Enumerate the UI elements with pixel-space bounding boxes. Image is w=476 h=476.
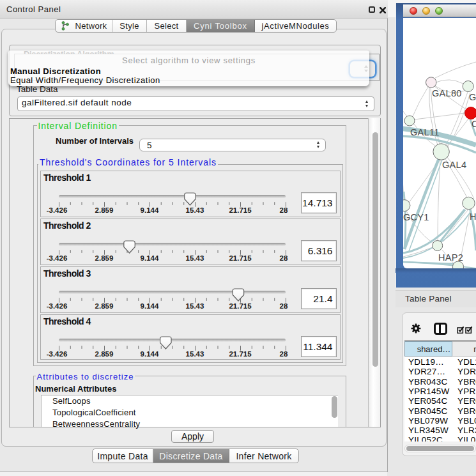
svg-text:H: H [470,211,476,222]
svg-text:GA: GA [469,92,476,102]
svg-text:GCY1: GCY1 [403,212,429,222]
svg-text:HAP2: HAP2 [438,252,463,263]
svg-text:GAL11: GAL11 [410,127,440,137]
svg-text:GAL80: GAL80 [432,88,462,98]
svg-text:C: C [472,119,476,129]
svg-text:GAL4: GAL4 [442,160,466,170]
